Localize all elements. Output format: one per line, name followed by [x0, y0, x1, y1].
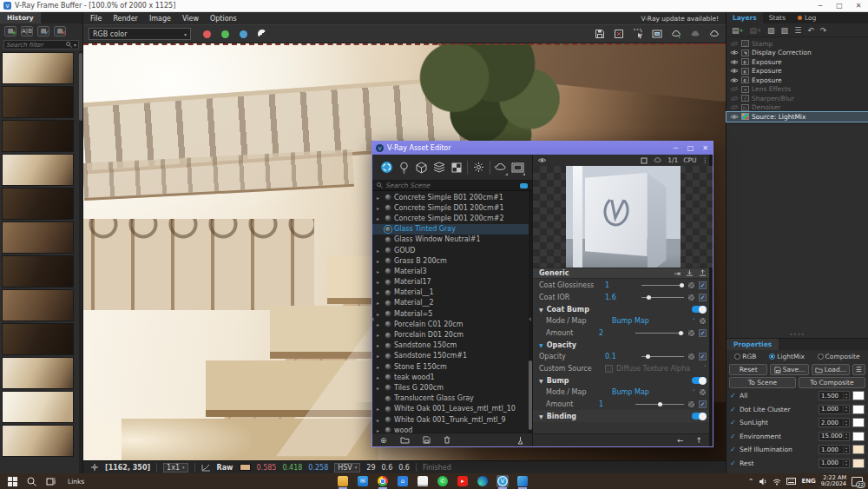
channel-color-swatch[interactable] [852, 405, 865, 414]
touch-keyboard-icon[interactable] [786, 478, 796, 485]
up-arrow-icon[interactable]: ↑ [695, 436, 702, 445]
param-value[interactable]: 2 [599, 329, 632, 337]
param-value[interactable]: 1 [605, 281, 638, 289]
expand-arrow-icon[interactable]: ▸ [377, 374, 382, 380]
load-from-history-button[interactable]: ▤✓ [37, 26, 49, 36]
update-notice[interactable]: V-Ray update available! [641, 15, 719, 23]
preview-float-icon[interactable] [641, 157, 648, 164]
mode-map-value[interactable]: Bump Map [612, 317, 649, 325]
material-list-item[interactable]: ▸ Sandstone 150cm [372, 340, 532, 351]
tray-chevron-icon[interactable]: ⌃ [748, 478, 754, 486]
tab-properties[interactable]: Properties [727, 339, 779, 350]
channel-checkbox[interactable]: ✓ [730, 392, 737, 400]
region-render-button[interactable] [632, 29, 644, 40]
opacity-slider[interactable] [641, 354, 684, 360]
param-checkbox[interactable]: ✓ [699, 400, 707, 408]
taskbar-clock[interactable]: 2:22 AM 9/2/2024 [821, 475, 846, 487]
coat-bump-amount-slider[interactable] [635, 329, 684, 336]
volume-icon[interactable] [759, 478, 767, 486]
history-thumbnail[interactable] [2, 221, 74, 254]
taskbar-app-youtube[interactable]: ▸ [457, 475, 469, 487]
layer-row[interactable]: ◐ Exposure [727, 57, 868, 67]
material-list-item[interactable]: ▸ Concrete Simple D01 200cm#1 [372, 202, 532, 213]
coat-glossiness-slider[interactable] [641, 282, 684, 289]
menu-item-view[interactable]: View [182, 15, 199, 23]
param-checkbox[interactable]: ✓ [699, 353, 707, 360]
channel-value-spinner[interactable]: 15.000▴▾ [819, 432, 850, 441]
compare-ab-button[interactable]: A|B [21, 26, 33, 36]
material-list-item[interactable]: ▸ White Oak 001_Trunk_mtl_mtl_9 [372, 414, 532, 425]
delete-history-button[interactable]: ▤✕ [54, 26, 66, 36]
preview-scale-label[interactable]: 1/1 [667, 156, 678, 164]
material-list-item[interactable]: ▸ Material=5 [372, 308, 532, 319]
mode-map-value[interactable]: Bump Map [612, 388, 649, 396]
material-list-item[interactable]: ▸ Porcelain C01 20cm [372, 319, 532, 329]
materials-category-button[interactable] [379, 161, 393, 175]
texture-map-button[interactable] [699, 317, 707, 325]
red-channel-toggle[interactable] [203, 30, 211, 38]
save-layers-button[interactable]: ▧ [767, 26, 775, 35]
expand-arrow-icon[interactable]: ▸ [377, 248, 382, 254]
asset-editor-window[interactable]: V V-Ray Asset Editor ─ □ ✕ ‹ ‹ [372, 141, 713, 447]
expand-arrow-icon[interactable]: ▸ [377, 321, 382, 327]
binding-section[interactable]: ▼ Binding [533, 410, 713, 422]
menu-item-options[interactable]: Options [210, 15, 237, 23]
green-channel-toggle[interactable] [221, 30, 229, 38]
param-value[interactable]: 1.6 [605, 294, 638, 301]
delete-asset-icon[interactable] [444, 436, 450, 444]
collapse-list-handle[interactable]: ‹ [529, 313, 534, 325]
expand-arrow-icon[interactable]: ▸ [377, 342, 382, 348]
import-asset-icon[interactable] [400, 436, 410, 444]
history-thumbnail[interactable] [2, 391, 74, 423]
bump-section[interactable]: ▼ Bump [533, 374, 713, 387]
layer-visibility-eye-icon[interactable] [729, 59, 739, 65]
history-scrollbar[interactable] [79, 51, 82, 473]
preview-teapot-icon[interactable] [653, 156, 662, 164]
material-list-item[interactable]: ▸ Material17 [372, 277, 532, 287]
radio-composite[interactable]: Composite [818, 353, 860, 360]
load-material-icon[interactable] [699, 269, 707, 277]
purge-unused-icon[interactable] [516, 436, 524, 445]
render-teapot-button[interactable] [494, 161, 508, 175]
material-list-item[interactable]: ▸ White Oak 001_Leaves_mtl_mtl_10 [372, 404, 532, 414]
layer-visibility-eye-icon[interactable] [729, 114, 739, 120]
expand-arrow-icon[interactable]: ▸ [377, 205, 382, 211]
preview-menu-icon[interactable]: ⋮ [702, 156, 709, 164]
lightmix-menu-button[interactable]: ☰ [852, 364, 865, 375]
to-composite-button[interactable]: To Composite [799, 377, 865, 388]
layer-visibility-eye-icon[interactable] [729, 96, 739, 102]
alpha-sphere-toggle[interactable] [258, 30, 266, 38]
geometry-category-button[interactable] [414, 161, 428, 175]
remove-layer-button[interactable]: ▤✕ [750, 26, 762, 35]
history-thumbnail[interactable] [2, 323, 74, 355]
channel-value-spinner[interactable]: 1.000▴▾ [819, 445, 850, 454]
language-indicator[interactable]: ENG [801, 478, 815, 485]
channel-value-spinner[interactable]: 1.500▴▾ [819, 391, 850, 400]
expand-arrow-icon[interactable]: ▸ [377, 427, 382, 433]
switch-material-icon[interactable]: ⇥ [674, 269, 681, 278]
history-thumbnail[interactable] [2, 255, 74, 287]
network-icon[interactable] [773, 478, 781, 486]
coat-ior-slider[interactable] [641, 294, 684, 301]
material-list-item[interactable]: ▸ Concrete Simple D01 200cm#2 [372, 213, 532, 223]
taskbar-app-vray[interactable]: V [496, 475, 509, 487]
layer-row[interactable]: □ Stamp [727, 39, 868, 49]
channel-checkbox[interactable]: ✓ [730, 419, 737, 426]
layer-visibility-eye-icon[interactable] [729, 86, 739, 92]
blue-channel-toggle[interactable] [240, 30, 247, 38]
taskbar-app-file-explorer[interactable] [337, 475, 349, 487]
layer-list-button[interactable]: ☰ [794, 26, 801, 35]
history-thumbnail[interactable] [2, 357, 74, 389]
taskbar-app-mail[interactable]: ✉ [357, 475, 369, 487]
add-layer-button[interactable]: ▤+ [732, 26, 744, 35]
save-all-channels-button[interactable] [613, 29, 625, 40]
close-button[interactable]: ✕ [849, 0, 868, 12]
expand-arrow-icon[interactable]: ▸ [377, 258, 382, 264]
layer-visibility-eye-icon[interactable] [729, 77, 739, 83]
chevron-down-icon[interactable]: ˅ [693, 389, 696, 396]
notification-center-icon[interactable]: 22 [852, 477, 863, 486]
start-button[interactable] [7, 476, 18, 487]
layer-row[interactable]: ◥ Display Correction [727, 49, 868, 58]
bump-toggle[interactable] [692, 377, 707, 384]
material-list-item[interactable]: ▸ wood [372, 425, 532, 433]
